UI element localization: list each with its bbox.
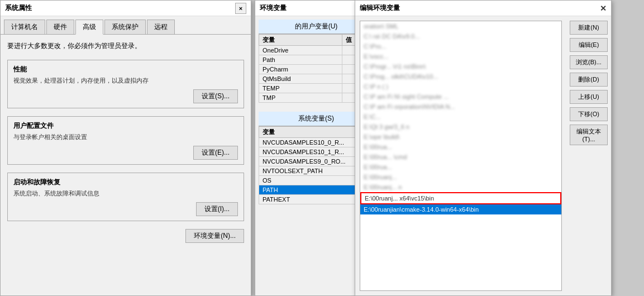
sys-notice-text: 要进行大多数更改，你必须作为管理员登录。 <box>7 41 244 51</box>
userprofile-desc: 与登录帐户相关的桌面设置 <box>13 133 238 141</box>
edit-env-item[interactable]: E:\00rua... \cmd <box>360 152 561 162</box>
env-vars-button[interactable]: 环境变量(N)... <box>185 229 244 243</box>
sys-var-name: NVCUDASAMPLES10_1_R... <box>259 147 359 157</box>
sys-var-name: NVCUDASAMPLES9_0_RO... <box>259 157 359 166</box>
performance-section: 性能 视觉效果，处理器计划，内存使用，以及虚拟内存 设置(S)... <box>7 60 244 108</box>
edit-env-item[interactable]: E:\00rua... <box>360 162 561 172</box>
tab-computername[interactable]: 计算机名 <box>4 20 45 34</box>
tab-remote[interactable]: 远程 <box>147 20 175 34</box>
edit-env-item[interactable]: E:\00ruanj... x64\vc15\bin <box>360 192 561 204</box>
edit-env-item[interactable]: C:\Progr... \r\1 ns\Binn\ <box>360 61 561 71</box>
edit-env-list[interactable]: oration\ SMLC:\ ra\ DC DA\v9.0...C:\Pro.… <box>360 21 562 291</box>
sys-var-name: PATH <box>259 185 359 195</box>
user-var-name: TEMP <box>259 84 342 93</box>
startup-desc: 系统启动、系统故障和调试信息 <box>13 189 238 198</box>
edit-env-list-area: oration\ SMLC:\ ra\ DC DA\v9.0...C:\Pro.… <box>355 16 566 295</box>
sys-props-title: 系统属性 <box>5 3 235 13</box>
edit-button[interactable]: 编辑(E) <box>570 38 608 52</box>
tab-advanced[interactable]: 高级 <box>75 20 103 35</box>
edit-env-item[interactable]: C:\P am Fi N\ sight Compute ... <box>360 92 561 102</box>
startup-section: 启动和故障恢复 系统启动、系统故障和调试信息 设置(I)... <box>7 173 244 221</box>
user-var-name: Path <box>259 55 342 65</box>
edit-env-item[interactable]: C:\P n ( ) <box>360 82 561 92</box>
move-down-button[interactable]: 下移(O) <box>570 107 608 121</box>
sys-var-name: NVCUDASAMPLES10_0_R... <box>259 138 359 147</box>
performance-settings-button[interactable]: 设置(S)... <box>193 89 238 103</box>
sys-var-name: NVTOOLSEXT_PATH <box>259 166 359 176</box>
sys-props-close-button[interactable]: × <box>235 3 246 14</box>
edit-env-item[interactable]: C:\Prog... olkit\CUDA\v10... <box>360 71 561 82</box>
edit-env-close-button[interactable]: ✕ <box>600 4 607 13</box>
tab-sysprotect[interactable]: 系统保护 <box>104 20 146 34</box>
edit-env-item[interactable]: E:\ope \build\ <box>360 132 561 142</box>
edit-env-content: oration\ SMLC:\ ra\ DC DA\v9.0...C:\Pro.… <box>355 16 611 295</box>
edit-env-item[interactable]: C:\ ra\ DC DA\v9.0... <box>360 31 561 41</box>
sys-var-name: PATHEXT <box>259 195 359 204</box>
new-button[interactable]: 新建(N) <box>570 21 608 35</box>
startup-title: 启动和故障恢复 <box>13 178 238 187</box>
edit-env-item[interactable]: C:\P am Fi orporation\NVIDIA N... <box>360 102 561 112</box>
edit-env-titlebar: 编辑环境变量 ✕ <box>355 1 611 16</box>
user-var-name: OneDrive <box>259 46 342 55</box>
userprofile-title: 用户配置文件 <box>13 121 238 131</box>
user-var-name: TMP <box>259 93 342 103</box>
tab-hardware[interactable]: 硬件 <box>46 20 74 34</box>
edit-text-button[interactable]: 编辑文本(T)... <box>570 125 608 145</box>
performance-title: 性能 <box>13 65 238 74</box>
edit-env-item[interactable]: E:\00ruanjian\cmake-3.14.0-win64-x64\bin <box>360 204 561 214</box>
sys-props-content: 要进行大多数更改，你必须作为管理员登录。 性能 视觉效果，处理器计划，内存使用，… <box>1 35 251 250</box>
sys-props-titlebar: 系统属性 × <box>1 1 251 16</box>
user-var-name: PyCharm <box>259 65 342 74</box>
sys-props-tabbar: 计算机名 硬件 高级 系统保护 远程 <box>1 16 251 35</box>
edit-env-item[interactable]: E:\00ruanj... n <box>360 182 561 192</box>
env-user-var-header: 变量 <box>259 35 342 46</box>
edit-env-item[interactable]: E:\vscc... <box>360 51 561 61</box>
performance-desc: 视觉效果，处理器计划，内存使用，以及虚拟内存 <box>13 77 238 85</box>
edit-env-item[interactable]: E:\00rua... <box>360 142 561 152</box>
env-user-section-text: 的用户变量(U) <box>295 22 338 30</box>
move-up-button[interactable]: 上移(U) <box>570 90 608 104</box>
env-sys-section-text: 系统变量(S) <box>298 114 334 122</box>
edit-env-item[interactable]: E:\Qt 3 gw/3_6 n <box>360 122 561 132</box>
edit-env-item[interactable]: oration\ SML <box>360 21 561 31</box>
edit-env-buttons-panel: 新建(N) 编辑(E) 浏览(B)... 删除(D) 上移(U) 下移(O) 编… <box>566 16 611 295</box>
startup-settings-button[interactable]: 设置(I)... <box>196 202 238 216</box>
edit-env-item[interactable]: E:\00ruanj... <box>360 172 561 182</box>
edit-env-title: 编辑环境变量 <box>360 3 400 13</box>
userprofile-settings-button[interactable]: 设置(E)... <box>193 146 238 160</box>
env-sys-var-header: 变量 <box>259 127 359 138</box>
edit-env-item[interactable]: E:\C... <box>360 112 561 122</box>
edit-env-item[interactable]: C:\Pro... <box>360 41 561 51</box>
userprofile-section: 用户配置文件 与登录帐户相关的桌面设置 设置(E)... <box>7 116 244 165</box>
sys-var-name: OS <box>259 176 359 185</box>
system-properties-window: 系统属性 × 计算机名 硬件 高级 系统保护 远程 要进行大多数更改，你必须作为… <box>0 0 251 296</box>
browse-button[interactable]: 浏览(B)... <box>570 55 608 69</box>
edit-env-window: 编辑环境变量 ✕ oration\ SMLC:\ ra\ DC DA\v9.0.… <box>355 0 612 296</box>
user-var-name: QtMsBuild <box>259 74 342 84</box>
delete-button[interactable]: 删除(D) <box>570 73 608 87</box>
